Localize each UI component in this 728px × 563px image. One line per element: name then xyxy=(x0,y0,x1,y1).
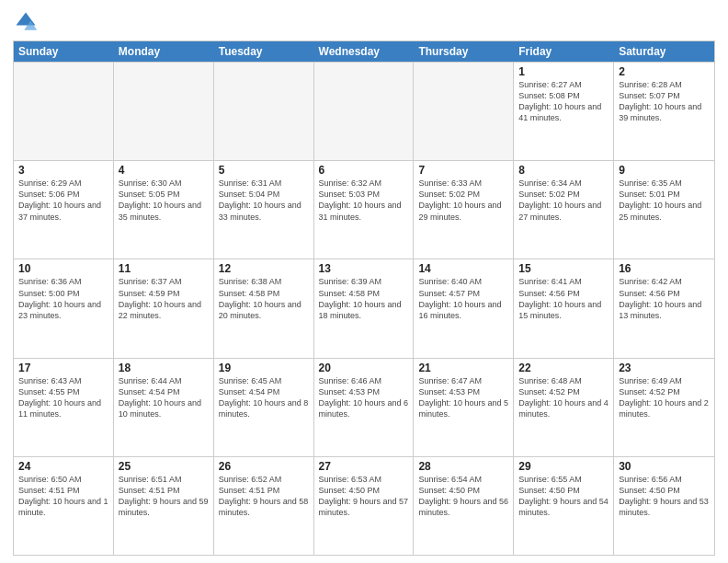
day-info: Sunrise: 6:48 AM Sunset: 4:52 PM Dayligh… xyxy=(518,375,609,420)
day-number: 6 xyxy=(319,164,409,177)
calendar-cell: 26Sunrise: 6:52 AM Sunset: 4:51 PM Dayli… xyxy=(214,457,314,555)
day-info: Sunrise: 6:34 AM Sunset: 5:02 PM Dayligh… xyxy=(518,178,609,223)
day-number: 29 xyxy=(518,460,609,473)
header-day-wednesday: Wednesday xyxy=(314,41,415,62)
header-day-sunday: Sunday xyxy=(14,41,114,62)
calendar-cell: 3Sunrise: 6:29 AM Sunset: 5:06 PM Daylig… xyxy=(14,161,114,259)
calendar-cell: 4Sunrise: 6:30 AM Sunset: 5:05 PM Daylig… xyxy=(114,161,214,259)
day-number: 7 xyxy=(418,164,508,177)
day-info: Sunrise: 6:38 AM Sunset: 4:58 PM Dayligh… xyxy=(219,276,309,321)
day-info: Sunrise: 6:50 AM Sunset: 4:51 PM Dayligh… xyxy=(18,474,108,519)
calendar-cell: 10Sunrise: 6:36 AM Sunset: 5:00 PM Dayli… xyxy=(14,259,114,357)
day-number: 16 xyxy=(619,262,710,275)
day-number: 1 xyxy=(518,65,609,78)
day-number: 25 xyxy=(119,460,209,473)
day-info: Sunrise: 6:30 AM Sunset: 5:05 PM Dayligh… xyxy=(119,178,209,223)
calendar-week-4: 17Sunrise: 6:43 AM Sunset: 4:55 PM Dayli… xyxy=(14,358,714,456)
day-number: 22 xyxy=(518,362,609,374)
header-day-thursday: Thursday xyxy=(414,41,514,62)
calendar-cell: 24Sunrise: 6:50 AM Sunset: 4:51 PM Dayli… xyxy=(14,457,114,555)
day-number: 8 xyxy=(518,164,609,177)
day-info: Sunrise: 6:47 AM Sunset: 4:53 PM Dayligh… xyxy=(418,375,508,420)
calendar-week-2: 3Sunrise: 6:29 AM Sunset: 5:06 PM Daylig… xyxy=(14,160,714,259)
day-number: 4 xyxy=(119,164,209,177)
calendar-cell: 7Sunrise: 6:33 AM Sunset: 5:02 PM Daylig… xyxy=(414,161,514,259)
day-info: Sunrise: 6:36 AM Sunset: 5:00 PM Dayligh… xyxy=(18,276,108,321)
calendar-cell: 30Sunrise: 6:56 AM Sunset: 4:50 PM Dayli… xyxy=(614,457,714,555)
day-number: 14 xyxy=(418,262,508,275)
day-number: 13 xyxy=(319,262,409,275)
day-info: Sunrise: 6:51 AM Sunset: 4:51 PM Dayligh… xyxy=(119,474,209,519)
calendar-week-5: 24Sunrise: 6:50 AM Sunset: 4:51 PM Dayli… xyxy=(14,456,714,555)
calendar-cell: 16Sunrise: 6:42 AM Sunset: 4:56 PM Dayli… xyxy=(614,259,714,357)
day-info: Sunrise: 6:44 AM Sunset: 4:54 PM Dayligh… xyxy=(119,375,209,420)
day-number: 15 xyxy=(518,262,609,275)
day-info: Sunrise: 6:33 AM Sunset: 5:02 PM Dayligh… xyxy=(418,178,508,223)
day-info: Sunrise: 6:29 AM Sunset: 5:06 PM Dayligh… xyxy=(18,178,108,223)
calendar-week-3: 10Sunrise: 6:36 AM Sunset: 5:00 PM Dayli… xyxy=(14,259,714,357)
day-number: 9 xyxy=(619,164,710,177)
day-number: 23 xyxy=(619,362,710,374)
day-number: 26 xyxy=(219,460,309,473)
header-day-monday: Monday xyxy=(114,41,214,62)
calendar-cell: 5Sunrise: 6:31 AM Sunset: 5:04 PM Daylig… xyxy=(214,161,314,259)
day-info: Sunrise: 6:41 AM Sunset: 4:56 PM Dayligh… xyxy=(518,276,609,321)
calendar-cell xyxy=(314,63,415,160)
calendar-cell: 22Sunrise: 6:48 AM Sunset: 4:52 PM Dayli… xyxy=(514,359,614,456)
day-info: Sunrise: 6:54 AM Sunset: 4:50 PM Dayligh… xyxy=(418,474,508,519)
calendar-cell: 2Sunrise: 6:28 AM Sunset: 5:07 PM Daylig… xyxy=(614,63,714,160)
calendar-cell xyxy=(114,63,214,160)
calendar: SundayMondayTuesdayWednesdayThursdayFrid… xyxy=(13,40,715,556)
calendar-cell xyxy=(414,63,514,160)
calendar-cell: 25Sunrise: 6:51 AM Sunset: 4:51 PM Dayli… xyxy=(114,457,214,555)
calendar-cell: 21Sunrise: 6:47 AM Sunset: 4:53 PM Dayli… xyxy=(414,359,514,456)
day-info: Sunrise: 6:31 AM Sunset: 5:04 PM Dayligh… xyxy=(219,178,309,223)
calendar-cell: 27Sunrise: 6:53 AM Sunset: 4:50 PM Dayli… xyxy=(314,457,415,555)
day-number: 19 xyxy=(219,362,309,374)
calendar-cell: 18Sunrise: 6:44 AM Sunset: 4:54 PM Dayli… xyxy=(114,359,214,456)
day-info: Sunrise: 6:43 AM Sunset: 4:55 PM Dayligh… xyxy=(18,375,108,420)
day-number: 2 xyxy=(619,65,710,78)
calendar-cell: 29Sunrise: 6:55 AM Sunset: 4:50 PM Dayli… xyxy=(514,457,614,555)
page: SundayMondayTuesdayWednesdayThursdayFrid… xyxy=(0,0,728,563)
logo-icon xyxy=(13,9,39,35)
day-number: 18 xyxy=(119,362,209,374)
day-number: 28 xyxy=(418,460,508,473)
day-info: Sunrise: 6:49 AM Sunset: 4:52 PM Dayligh… xyxy=(619,375,710,420)
day-info: Sunrise: 6:32 AM Sunset: 5:03 PM Dayligh… xyxy=(319,178,409,223)
calendar-cell: 12Sunrise: 6:38 AM Sunset: 4:58 PM Dayli… xyxy=(214,259,314,357)
day-info: Sunrise: 6:42 AM Sunset: 4:56 PM Dayligh… xyxy=(619,276,710,321)
day-info: Sunrise: 6:40 AM Sunset: 4:57 PM Dayligh… xyxy=(418,276,508,321)
calendar-cell: 14Sunrise: 6:40 AM Sunset: 4:57 PM Dayli… xyxy=(414,259,514,357)
day-info: Sunrise: 6:27 AM Sunset: 5:08 PM Dayligh… xyxy=(518,79,609,124)
day-number: 10 xyxy=(18,262,108,275)
day-number: 21 xyxy=(418,362,508,374)
day-number: 30 xyxy=(619,460,710,473)
calendar-cell: 19Sunrise: 6:45 AM Sunset: 4:54 PM Dayli… xyxy=(214,359,314,456)
day-number: 11 xyxy=(119,262,209,275)
day-info: Sunrise: 6:46 AM Sunset: 4:53 PM Dayligh… xyxy=(319,375,409,420)
day-info: Sunrise: 6:37 AM Sunset: 4:59 PM Dayligh… xyxy=(119,276,209,321)
calendar-cell: 15Sunrise: 6:41 AM Sunset: 4:56 PM Dayli… xyxy=(514,259,614,357)
header-day-tuesday: Tuesday xyxy=(214,41,314,62)
day-number: 20 xyxy=(319,362,409,374)
day-info: Sunrise: 6:35 AM Sunset: 5:01 PM Dayligh… xyxy=(619,178,710,223)
calendar-cell: 17Sunrise: 6:43 AM Sunset: 4:55 PM Dayli… xyxy=(14,359,114,456)
calendar-cell: 6Sunrise: 6:32 AM Sunset: 5:03 PM Daylig… xyxy=(314,161,415,259)
calendar-cell xyxy=(14,63,114,160)
day-info: Sunrise: 6:39 AM Sunset: 4:58 PM Dayligh… xyxy=(319,276,409,321)
day-number: 12 xyxy=(219,262,309,275)
calendar-cell: 1Sunrise: 6:27 AM Sunset: 5:08 PM Daylig… xyxy=(514,63,614,160)
header-day-friday: Friday xyxy=(514,41,614,62)
day-number: 17 xyxy=(18,362,108,374)
calendar-cell xyxy=(214,63,314,160)
calendar-header: SundayMondayTuesdayWednesdayThursdayFrid… xyxy=(14,41,714,62)
day-info: Sunrise: 6:28 AM Sunset: 5:07 PM Dayligh… xyxy=(619,79,710,124)
day-number: 27 xyxy=(319,460,409,473)
calendar-cell: 8Sunrise: 6:34 AM Sunset: 5:02 PM Daylig… xyxy=(514,161,614,259)
calendar-cell: 20Sunrise: 6:46 AM Sunset: 4:53 PM Dayli… xyxy=(314,359,415,456)
day-info: Sunrise: 6:55 AM Sunset: 4:50 PM Dayligh… xyxy=(518,474,609,519)
calendar-cell: 23Sunrise: 6:49 AM Sunset: 4:52 PM Dayli… xyxy=(614,359,714,456)
header xyxy=(13,9,715,35)
calendar-cell: 28Sunrise: 6:54 AM Sunset: 4:50 PM Dayli… xyxy=(414,457,514,555)
